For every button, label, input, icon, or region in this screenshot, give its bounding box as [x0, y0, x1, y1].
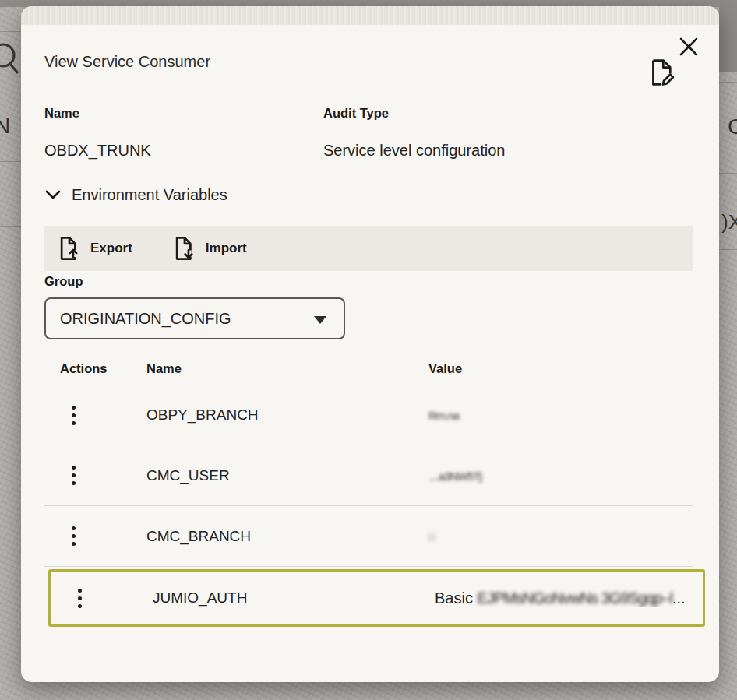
- row-actions-menu-button[interactable]: [63, 402, 83, 428]
- background-divider: [0, 226, 21, 227]
- row-name-cell: CMC_USER: [146, 467, 230, 484]
- background-letter-left: N: [0, 114, 10, 139]
- env-variables-toolbar: Export Import: [44, 226, 693, 271]
- kebab-icon: [72, 526, 76, 530]
- column-header-actions: Actions: [60, 361, 108, 376]
- table-row: JUMIO_AUTHBasic EJPMsNGoNvwNs 3G9Sgqp–l.…: [48, 569, 705, 627]
- export-button-label: Export: [90, 241, 132, 256]
- environment-variables-label: Environment Variables: [72, 186, 227, 204]
- audit-type-field-label: Audit Type: [323, 106, 389, 121]
- document-import-icon: [174, 236, 196, 261]
- row-actions-menu-button[interactable]: [69, 585, 90, 611]
- import-button-label: Import: [206, 241, 247, 256]
- group-select[interactable]: ORIGINATION_CONFIG: [44, 297, 345, 339]
- background-divider: [719, 173, 737, 174]
- redacted-value: Rm.na: [428, 409, 459, 422]
- dropdown-caret-icon: [314, 316, 326, 324]
- background-divider: [0, 90, 21, 90]
- kebab-icon: [72, 466, 76, 470]
- name-field-label: Name: [44, 106, 79, 121]
- chevron-down-icon: [44, 188, 62, 201]
- row-value-cell: ....a3NW5Tj: [428, 469, 481, 482]
- environment-variables-section-toggle[interactable]: Environment Variables: [44, 184, 227, 206]
- kebab-icon: [72, 406, 76, 410]
- background-divider: [0, 161, 21, 162]
- table-row: CMC_BRANCHl i: [44, 506, 693, 567]
- background-letter-right-top: C: [728, 114, 737, 139]
- row-actions-menu-button[interactable]: [63, 463, 83, 489]
- background-divider: [0, 31, 21, 32]
- document-edit-icon: [649, 58, 677, 86]
- row-actions-menu-button[interactable]: [63, 523, 83, 550]
- name-field-value: OBDX_TRUNK: [44, 142, 151, 160]
- background-divider: [719, 249, 737, 250]
- table-row: CMC_USER....a3NW5Tj: [44, 445, 693, 506]
- row-name-cell: CMC_BRANCH: [146, 528, 251, 545]
- group-select-value: ORIGINATION_CONFIG: [46, 310, 231, 328]
- search-icon: [0, 39, 22, 79]
- edit-button[interactable]: [649, 58, 677, 87]
- group-field-label: Group: [44, 274, 83, 289]
- redacted-value: l i: [428, 529, 435, 543]
- table-row: OBPY_BRANCHRm.na: [44, 385, 693, 445]
- redacted-value: ....a3NW5Tj: [428, 469, 481, 482]
- page-title: View Service Consumer: [44, 53, 210, 71]
- import-button[interactable]: Import: [160, 226, 261, 271]
- desktop-background: N C )X View Service Consumer Name Audit: [0, 0, 737, 700]
- export-button[interactable]: Export: [44, 226, 146, 271]
- toolbar-divider: [153, 234, 153, 262]
- dialog-top-texture: [21, 6, 719, 25]
- row-value-cell: l i: [428, 529, 435, 543]
- background-letter-right-bottom: )X: [721, 210, 737, 234]
- row-name-cell: JUMIO_AUTH: [153, 589, 247, 607]
- view-service-consumer-dialog: View Service Consumer Name Audit Type OB…: [21, 6, 719, 682]
- background-right-dark-band: [719, 0, 737, 72]
- column-header-value: Value: [428, 361, 462, 376]
- background-divider: [719, 82, 737, 83]
- redacted-value: EJPMsNGoNvwNs 3G9Sgqp–l: [477, 589, 672, 607]
- row-name-cell: OBPY_BRANCH: [146, 406, 259, 424]
- close-button[interactable]: [678, 34, 703, 59]
- kebab-icon: [78, 589, 82, 593]
- audit-type-field-value: Service level configuration: [323, 142, 505, 160]
- document-export-icon: [58, 236, 80, 261]
- column-header-name: Name: [146, 361, 182, 376]
- row-value-cell: Basic EJPMsNGoNvwNs 3G9Sgqp–l...: [435, 589, 686, 607]
- row-value-cell: Rm.na: [428, 409, 459, 422]
